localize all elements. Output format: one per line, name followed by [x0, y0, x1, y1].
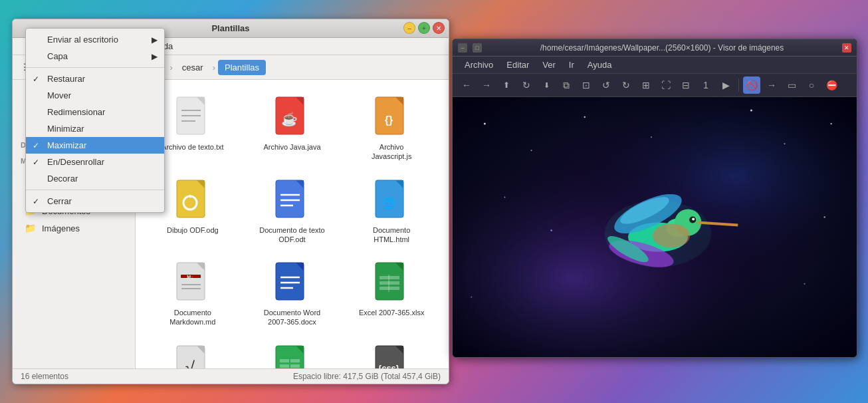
iv-menubar: Archivo Editar Ver Ir Ayuda [453, 57, 857, 74]
svg-rect-23 [177, 263, 205, 300]
ctx-item-cerrar[interactable]: ✓ Cerrar [26, 193, 164, 209]
ctx-label-capa: Capa [47, 51, 68, 61]
iv-menu-ver[interactable]: Ver [536, 58, 562, 72]
file-item-xlsx[interactable]: Excel 2007-365.xlsx [345, 256, 438, 333]
odf-icon: √ [175, 344, 210, 368]
iv-rotate-left-button[interactable]: ↺ [597, 76, 615, 94]
iv-titlebar: – □ /home/cesar/Imágenes/Wallpaper...(25… [453, 39, 857, 57]
file-item-sheet[interactable]: Hoja de cálculo [246, 339, 339, 368]
js-icon: {} [374, 96, 409, 138]
iv-refresh-button[interactable]: ↻ [518, 76, 535, 94]
odg-icon: ✦ [175, 179, 210, 221]
toolbar-separator [738, 78, 739, 92]
odt-icon [274, 179, 309, 221]
ctx-item-desenrollar[interactable]: ✓ En/Desenrollar [26, 154, 164, 170]
ctx-item-restaurar[interactable]: ✓ Restaurar [26, 70, 164, 87]
breadcrumb-cesar[interactable]: cesar [175, 60, 210, 75]
iv-crop-button[interactable]: ⊡ [578, 76, 595, 94]
iv-copy-button[interactable]: ⧉ [558, 76, 575, 94]
iv-menu-ayuda[interactable]: Ayuda [581, 58, 619, 72]
svg-point-67 [823, 216, 825, 217]
svg-text:{css}: {css} [378, 363, 399, 368]
iv-zoom-in-button[interactable]: ⊞ [637, 76, 655, 94]
close-button[interactable]: ✕ [433, 22, 445, 34]
svg-text:✦: ✦ [187, 193, 193, 200]
file-item-html[interactable]: 🌐 Documento HTML.html [345, 174, 438, 250]
iv-rect-button[interactable]: ▭ [783, 76, 800, 94]
docx-label: Documento Word 2007-365.docx [259, 308, 325, 327]
file-item-odf[interactable]: √ Fórmula ODF.odf [146, 339, 239, 368]
ctx-arrow-capa: ▶ [152, 52, 158, 61]
ctx-item-minimizar[interactable]: Minimizar [26, 120, 164, 137]
ctx-label-minimizar: Minimizar [47, 124, 84, 134]
file-item-md[interactable]: M↓ Documento Markdown.md [146, 256, 239, 333]
iv-delete-button[interactable]: ⛔ [823, 76, 840, 94]
iv-rotate-right-button[interactable]: ↻ [617, 76, 635, 94]
iv-menu-editar[interactable]: Editar [500, 58, 536, 72]
xlsx-label: Excel 2007-365.xlsx [359, 308, 424, 317]
svg-rect-15 [276, 180, 304, 217]
ctx-item-mover[interactable]: Mover [26, 87, 164, 104]
breadcrumb-plantillas[interactable]: Plantillas [218, 60, 266, 75]
odg-label: Dibujo ODF.odg [167, 225, 219, 235]
iv-circle-button[interactable]: ○ [803, 76, 820, 94]
svg-text:🌐: 🌐 [382, 197, 395, 209]
iv-menu-archivo[interactable]: Archivo [458, 58, 500, 72]
ctx-item-redimensionar[interactable]: Redimensionar [26, 104, 164, 120]
ctx-item-maximizar[interactable]: ✓ Maximizar [26, 137, 164, 154]
maximize-button[interactable]: + [418, 22, 430, 34]
file-item-odt[interactable]: Documento de texto ODF.odt [246, 174, 339, 250]
file-item-java[interactable]: ☕ Archivo Java.java [246, 90, 339, 167]
svg-rect-46 [290, 359, 300, 362]
iv-close-button[interactable]: ✕ [842, 43, 851, 53]
minimize-button[interactable]: – [403, 22, 415, 34]
ctx-separator-2 [26, 190, 164, 190]
iv-minimize-button[interactable]: – [458, 43, 467, 53]
ctx-item-enviar[interactable]: Enviar al escritorio ▶ [26, 31, 164, 48]
svg-point-80 [605, 200, 711, 267]
svg-rect-45 [280, 359, 289, 362]
svg-text:{}: {} [385, 114, 393, 126]
svg-point-63 [830, 123, 831, 124]
iv-arrow-button[interactable]: → [763, 76, 780, 94]
iv-mode-button[interactable]: 🚫 [743, 76, 760, 94]
iv-resize-button[interactable]: □ [473, 43, 482, 53]
ctx-check-restaurar: ✓ [33, 74, 39, 84]
svg-point-57 [484, 123, 486, 125]
iv-fullscreen-button[interactable]: ⛶ [657, 76, 675, 94]
statusbar-count: 16 elementos [21, 372, 68, 381]
iv-zoom-100-button[interactable]: 1 [697, 76, 714, 94]
svg-point-58 [531, 150, 532, 151]
ctx-label-decorar: Decorar [47, 174, 78, 184]
file-item-docx[interactable]: Documento Word 2007-365.docx [246, 256, 339, 333]
svg-text:☕: ☕ [281, 111, 298, 127]
file-item-css[interactable]: {css} Hoja de estilos.css [345, 339, 438, 368]
titlebar-buttons: – + ✕ [403, 22, 445, 34]
iv-next-button[interactable]: → [478, 76, 495, 94]
css-icon: {css} [374, 344, 409, 368]
sidebar-item-imagenes[interactable]: 📁 Imágenes [15, 220, 132, 236]
svg-point-60 [651, 136, 652, 138]
ctx-label-desenrollar: En/Desenrollar [47, 157, 104, 167]
html-label: Documento HTML.html [358, 225, 425, 245]
iv-menu-ir[interactable]: Ir [562, 58, 581, 72]
iv-zoom-fit-button[interactable]: ⊟ [677, 76, 695, 94]
md-label: Documento Markdown.md [160, 308, 226, 327]
image-viewer-window: – □ /home/cesar/Imágenes/Wallpaper...(25… [452, 39, 857, 358]
iv-prev-button[interactable]: ← [458, 76, 475, 94]
svg-point-61 [750, 110, 752, 112]
iv-download-button[interactable]: ⬇ [538, 76, 555, 94]
hummingbird-image [453, 97, 857, 357]
svg-point-64 [504, 196, 505, 198]
iv-upload-button[interactable]: ⬆ [498, 76, 515, 94]
svg-text:√: √ [185, 358, 195, 368]
iv-title: /home/cesar/Imágenes/Wallpaper...(2560×1… [487, 43, 837, 53]
ctx-item-capa[interactable]: Capa ▶ [26, 48, 164, 65]
ctx-separator-1 [26, 67, 164, 68]
file-manager-title: Plantillas [211, 23, 249, 33]
ctx-item-decorar[interactable]: Decorar [26, 170, 164, 187]
svg-rect-36 [380, 276, 399, 279]
odt-label: Documento de texto ODF.odt [259, 225, 325, 245]
iv-play-button[interactable]: ▶ [717, 76, 734, 94]
file-item-js[interactable]: {} Archivo Javascript.js [345, 90, 438, 167]
